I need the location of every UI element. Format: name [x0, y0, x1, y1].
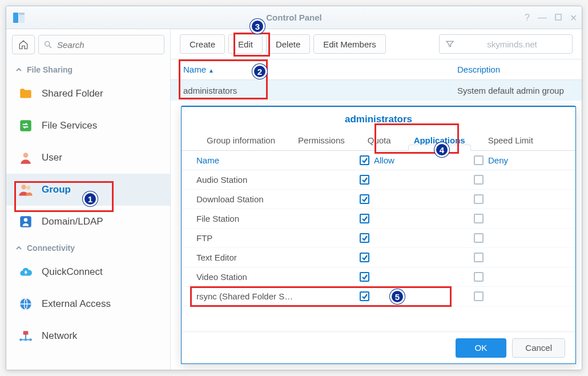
network-icon — [18, 328, 34, 344]
perm-row: FTP — [182, 229, 575, 248]
ok-button[interactable]: OK — [456, 338, 507, 358]
chevron-up-icon — [15, 245, 22, 251]
perm-header: Name Allow Deny — [182, 151, 575, 170]
filter-text: skyminds.net — [459, 39, 565, 49]
deny-checkbox[interactable] — [474, 214, 484, 223]
cancel-button[interactable]: Cancel — [512, 338, 565, 358]
perm-app-name: Audio Station — [196, 175, 360, 185]
deny-all-checkbox[interactable] — [474, 155, 484, 165]
titlebar: Control Panel ? — ✕ — [6, 6, 582, 29]
svg-point-15 — [30, 338, 32, 341]
sidebar-item-domain-ldap[interactable]: Domain/LDAP — [6, 206, 170, 238]
perm-app-name: File Station — [196, 214, 360, 223]
col-name-header[interactable]: Name▲ — [183, 65, 457, 74]
dialog-footer: OK Cancel — [182, 331, 575, 363]
allow-checkbox[interactable] — [360, 214, 369, 223]
svg-point-14 — [19, 338, 22, 341]
svg-point-16 — [25, 338, 27, 341]
filter-field[interactable]: skyminds.net — [439, 34, 573, 54]
perm-row: Download Station — [182, 190, 575, 209]
perm-app-name: FTP — [196, 233, 360, 243]
sidebar-item-label: User — [42, 152, 62, 163]
edit-button[interactable]: Edit — [228, 34, 263, 54]
ldap-icon — [18, 214, 34, 230]
sidebar: File Sharing Shared Folder File Services… — [6, 29, 171, 370]
delete-button[interactable]: Delete — [266, 34, 310, 54]
deny-checkbox[interactable] — [474, 253, 484, 262]
sidebar-item-external-access[interactable]: External Access — [6, 288, 170, 320]
col-desc-header[interactable]: Description — [457, 65, 569, 74]
user-icon — [18, 150, 34, 166]
allow-checkbox[interactable] — [360, 291, 369, 301]
allow-checkbox[interactable] — [360, 233, 369, 243]
perm-col-deny[interactable]: Deny — [474, 155, 561, 165]
sidebar-item-quickconnect[interactable]: QuickConnect — [6, 256, 170, 288]
svg-rect-13 — [23, 331, 29, 335]
folder-icon — [18, 86, 34, 102]
sidebar-item-label: External Access — [42, 298, 111, 310]
transfer-icon — [18, 118, 34, 134]
allow-all-checkbox[interactable] — [360, 155, 369, 165]
perm-col-name[interactable]: Name — [196, 155, 360, 165]
tab-permissions[interactable]: Permissions — [287, 130, 356, 150]
search-input[interactable] — [38, 35, 164, 54]
perm-row: rsync (Shared Folder S… — [182, 287, 575, 306]
sidebar-item-shared-folder[interactable]: Shared Folder — [6, 78, 170, 110]
svg-point-11 — [24, 218, 28, 222]
dialog-tabs: Group information Permissions Quota Appl… — [182, 130, 575, 151]
home-button[interactable] — [12, 35, 35, 54]
allow-checkbox[interactable] — [360, 253, 369, 262]
section-connectivity[interactable]: Connectivity — [6, 238, 170, 256]
sidebar-item-file-services[interactable]: File Services — [6, 110, 170, 142]
sidebar-item-label: QuickConnect — [42, 266, 103, 278]
allow-checkbox[interactable] — [360, 272, 369, 282]
grid-header: Name▲ Description — [171, 59, 582, 80]
chevron-up-icon — [15, 66, 22, 73]
tab-speed-limit[interactable]: Speed Limit — [477, 130, 545, 150]
svg-rect-6 — [20, 120, 31, 131]
sidebar-item-network[interactable]: Network — [6, 320, 170, 352]
svg-rect-2 — [19, 13, 25, 15]
tab-quota[interactable]: Quota — [356, 130, 402, 150]
sidebar-item-label: Group — [42, 184, 71, 195]
allow-checkbox[interactable] — [360, 175, 369, 185]
sidebar-item-label: Domain/LDAP — [42, 216, 103, 227]
help-icon[interactable]: ? — [525, 13, 530, 23]
main-area: Create Edit Delete Edit Members skyminds… — [171, 29, 582, 370]
deny-checkbox[interactable] — [474, 233, 484, 243]
deny-checkbox[interactable] — [474, 291, 484, 301]
funnel-icon — [445, 39, 454, 51]
section-file-sharing[interactable]: File Sharing — [6, 59, 170, 78]
perm-app-name: Download Station — [196, 194, 360, 204]
search-icon — [43, 40, 53, 51]
minimize-icon[interactable]: — — [538, 13, 547, 23]
cell-desc: System default admin group — [457, 86, 569, 95]
window-title: Control Panel — [6, 13, 582, 22]
perm-col-allow[interactable]: Allow — [360, 155, 474, 165]
svg-rect-0 — [13, 13, 18, 23]
dialog-title: administrators — [182, 107, 575, 130]
tab-group-info[interactable]: Group information — [195, 130, 287, 150]
maximize-icon[interactable] — [555, 13, 562, 23]
edit-members-button[interactable]: Edit Members — [313, 34, 386, 54]
tab-applications[interactable]: Applications — [402, 130, 477, 150]
svg-point-8 — [21, 185, 26, 189]
close-icon[interactable]: ✕ — [570, 13, 577, 23]
sidebar-item-group[interactable]: Group — [6, 174, 170, 206]
app-icon — [12, 11, 26, 25]
perm-row: Audio Station — [182, 170, 575, 190]
sort-asc-icon: ▲ — [208, 67, 214, 74]
deny-checkbox[interactable] — [474, 175, 484, 185]
deny-checkbox[interactable] — [474, 194, 484, 204]
sidebar-item-label: File Services — [42, 120, 97, 131]
group-icon — [18, 182, 34, 198]
create-button[interactable]: Create — [180, 34, 225, 54]
svg-point-4 — [45, 42, 50, 46]
perm-app-name: Video Station — [196, 272, 360, 282]
grid-row-administrators[interactable]: administrators System default admin grou… — [171, 80, 582, 101]
sidebar-item-user[interactable]: User — [6, 142, 170, 174]
deny-checkbox[interactable] — [474, 272, 484, 282]
allow-checkbox[interactable] — [360, 194, 369, 204]
control-panel-window: Control Panel ? — ✕ — [6, 6, 582, 370]
perm-row: Video Station — [182, 267, 575, 287]
